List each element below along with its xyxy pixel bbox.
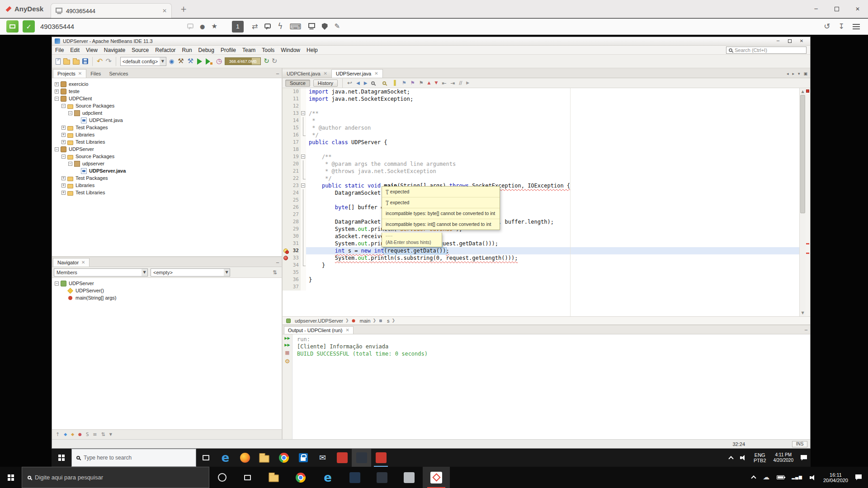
dark-app-icon[interactable] — [356, 452, 367, 463]
red-app-2-icon[interactable] — [376, 452, 387, 463]
next-error-icon[interactable]: ▼ — [434, 81, 438, 85]
history-view-button[interactable]: History — [313, 80, 338, 87]
code-line[interactable]: 11import java.net.SocketException; — [283, 95, 810, 103]
menu-team[interactable]: Team — [239, 46, 259, 54]
taskbar-app-chrome-icon[interactable] — [287, 467, 314, 488]
navigator-sort-icon[interactable]: ⇅ — [273, 270, 277, 275]
volume-icon[interactable] — [806, 467, 820, 488]
new-file-icon[interactable] — [56, 58, 61, 65]
menu-run[interactable]: Run — [179, 46, 195, 54]
menu-edit[interactable]: Edit — [67, 46, 83, 54]
last-edit-icon[interactable]: ↩ — [347, 80, 352, 86]
profile-icon[interactable]: ◷ — [216, 58, 222, 65]
notification-center-icon[interactable] — [797, 449, 811, 467]
notification-center-icon[interactable] — [852, 467, 868, 488]
code-line[interactable]: 36} — [283, 276, 810, 283]
expander-icon[interactable]: − — [55, 97, 59, 101]
code-line[interactable]: 31 System.out.println(new String(request… — [283, 240, 810, 247]
tab-udpclient.java[interactable]: UDPClient.java✕ — [283, 70, 332, 78]
tree-item[interactable]: −udpserver — [52, 160, 282, 167]
start-button[interactable] — [0, 467, 22, 488]
code-line[interactable]: 17public class UDPServer { — [283, 139, 810, 146]
file-manager-icon[interactable]: ↧ — [839, 23, 844, 30]
menu-source[interactable]: Source — [128, 46, 152, 54]
code-editor[interactable]: 10import java.net.DatagramSocket;11impor… — [283, 88, 810, 316]
remote-desktop[interactable]: UDPServer - Apache NetBeans IDE 11.3 ─ ✕… — [52, 35, 811, 467]
tree-item[interactable]: UDPClient.java — [52, 117, 282, 124]
anydesk-icon[interactable] — [430, 472, 442, 483]
tree-item[interactable]: +Test Libraries — [52, 138, 282, 145]
tree-item[interactable]: −Source Packages — [52, 102, 282, 109]
chrome-icon[interactable] — [279, 453, 289, 463]
netbeans-titlebar[interactable]: UDPServer - Apache NetBeans IDE 11.3 ─ ✕ — [52, 37, 810, 46]
taskbar-app-edge-icon[interactable]: e — [216, 449, 235, 467]
macro-icon[interactable]: ▶ — [466, 81, 469, 85]
show-inherited-icon[interactable]: ↑ — [56, 432, 60, 437]
undo-icon[interactable]: ↶ — [97, 58, 103, 65]
quick-search-input[interactable]: Search (Ctrl+I) — [726, 47, 807, 54]
menu-view[interactable]: View — [83, 46, 101, 54]
battery-icon[interactable] — [773, 467, 788, 488]
tree-item[interactable]: −Source Packages — [52, 153, 282, 160]
code-line[interactable]: 21 * @throws java.net.SocketException — [283, 168, 810, 175]
build-icon[interactable]: ⚒ — [178, 58, 184, 65]
expander-icon[interactable]: − — [61, 155, 66, 159]
toggle-bookmark-icon[interactable]: ⚑ — [419, 80, 424, 85]
run-icon[interactable] — [197, 58, 202, 65]
expander-icon[interactable]: − — [68, 111, 72, 115]
code-line[interactable]: 10import java.net.DatagramSocket; — [283, 88, 810, 95]
hidden-icons-chevron[interactable] — [748, 467, 759, 488]
tab-output[interactable]: Output - UDPClient (run) ✕ — [284, 326, 354, 334]
gray-app-icon[interactable] — [404, 472, 415, 483]
code-line[interactable]: 12 — [283, 103, 810, 110]
taskbar-app-file-explorer-icon[interactable] — [260, 467, 287, 488]
code-line[interactable]: 15 * @author anderson — [283, 124, 810, 131]
code-line[interactable]: 27 — [283, 211, 810, 218]
show-static-icon[interactable]: S — [86, 432, 89, 437]
scroll-tabs-left-icon[interactable]: ◂ — [787, 72, 789, 76]
open-project-icon[interactable] — [73, 58, 80, 65]
close-icon[interactable]: ✕ — [345, 328, 349, 333]
find-selection-icon[interactable] — [382, 81, 390, 85]
session-history-icon[interactable]: ↺ — [824, 23, 830, 30]
code-line[interactable]: 28 DatagramPacket request = new Datagram… — [283, 218, 810, 225]
anydesk-remote-viewport[interactable]: UDPServer - Apache NetBeans IDE 11.3 ─ ✕… — [0, 35, 868, 467]
show-methods-icon[interactable]: ● — [78, 432, 82, 436]
code-line[interactable]: 13−/** — [283, 110, 810, 117]
error-mark[interactable] — [806, 253, 809, 254]
taskbar-app-red-app-2-icon[interactable] — [371, 449, 391, 467]
code-line[interactable]: 34 } — [283, 262, 810, 269]
switch-sides-icon[interactable]: ⇄ — [252, 23, 258, 30]
actions-icon[interactable]: ϟ — [278, 23, 283, 30]
remote-search-input[interactable]: Type here to search — [71, 449, 196, 467]
menu-refactor[interactable]: Refactor — [152, 46, 179, 54]
internet-explorer-icon[interactable]: e — [324, 472, 332, 483]
code-line[interactable]: 24 DatagramSocket aSocket = new Datagram… — [283, 189, 810, 197]
chat-icon[interactable] — [264, 23, 271, 30]
config-select[interactable]: <default config>▼ — [120, 57, 166, 66]
code-line[interactable]: 23− public static void main(String[] arg… — [283, 182, 810, 189]
taskbar-app-chrome-icon[interactable] — [274, 449, 293, 467]
maximize-icon[interactable] — [826, 0, 847, 18]
taskbar-app-dark-app-icon[interactable] — [368, 467, 396, 488]
minimize-icon[interactable]: ─ — [806, 0, 826, 18]
tree-item[interactable]: main(String[] args) — [52, 294, 282, 301]
shift-left-icon[interactable]: ⇤ — [442, 80, 446, 86]
session-thumbnail-icon[interactable] — [6, 20, 19, 33]
code-line[interactable]: 32 int s = new int(request.getData()); — [283, 247, 810, 254]
sort-alpha-icon[interactable]: ≡ — [93, 432, 97, 437]
taskbar-app-firefox-icon[interactable] — [235, 449, 255, 467]
redo-icon[interactable]: ↷ — [105, 58, 111, 65]
host-clock[interactable]: 16:11 20/04/2020 — [820, 472, 852, 483]
tab-projects[interactable]: Projects✕ — [53, 69, 86, 78]
favorites-icon[interactable]: ★ — [211, 23, 217, 30]
permissions-icon[interactable] — [322, 23, 328, 30]
new-project-icon[interactable] — [63, 58, 70, 65]
code-line[interactable]: 30 aSocket.receive(request); — [283, 233, 810, 240]
expander-icon[interactable]: + — [61, 133, 66, 137]
netbeans-window[interactable]: UDPServer - Apache NetBeans IDE 11.3 ─ ✕… — [52, 37, 811, 449]
breadcrumb-item[interactable]: udpserver.UDPServer — [286, 318, 343, 324]
previous-bookmark-icon[interactable]: ⚑ — [402, 80, 406, 85]
taskbar-app-store-icon[interactable] — [293, 449, 313, 467]
gc-icon[interactable]: ↻ — [264, 58, 269, 65]
